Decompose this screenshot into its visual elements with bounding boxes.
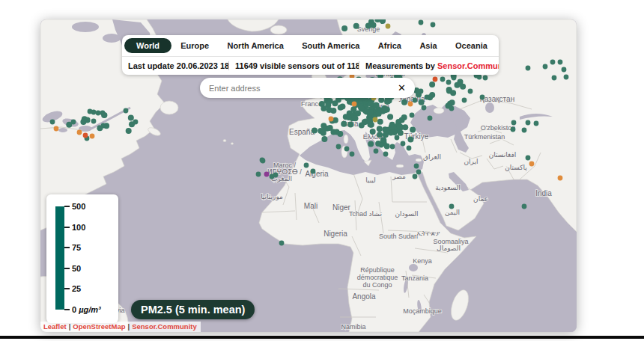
sensor-dot[interactable] xyxy=(440,77,446,82)
sensor-dot[interactable] xyxy=(429,82,435,87)
sensor-dot[interactable] xyxy=(346,114,352,120)
sensor-dot[interactable] xyxy=(379,143,384,148)
pm25-mode-badge[interactable]: PM2.5 (5 min. mean) xyxy=(131,300,255,319)
sensor-dot[interactable] xyxy=(90,134,95,139)
sensor-dot[interactable] xyxy=(367,117,373,123)
sensor-dot[interactable] xyxy=(338,105,344,111)
sensor-dot[interactable] xyxy=(462,98,467,103)
sensor-dot[interactable] xyxy=(336,144,341,150)
sensor-dot[interactable] xyxy=(368,109,374,115)
sensor-dot[interactable] xyxy=(477,75,482,80)
sensor-dot[interactable] xyxy=(368,141,374,147)
sensor-dot[interactable] xyxy=(452,76,457,81)
sensor-dot[interactable] xyxy=(389,123,395,129)
sensor-dot[interactable] xyxy=(273,173,279,178)
sensor-dot[interactable] xyxy=(380,138,386,144)
sensor-dot[interactable] xyxy=(526,66,531,71)
sensor-dot[interactable] xyxy=(425,95,430,100)
sensor-dot[interactable] xyxy=(376,111,382,117)
sensor-dot[interactable] xyxy=(341,25,347,31)
sensor-dot[interactable] xyxy=(133,120,139,125)
sensor-dot[interactable] xyxy=(352,102,357,107)
sensor-dot[interactable] xyxy=(50,120,55,125)
sensor-dot[interactable] xyxy=(387,114,393,120)
sensor-dot[interactable] xyxy=(311,169,316,174)
sensor-dot[interactable] xyxy=(408,102,413,107)
attribution-link-openstreetmap[interactable]: OpenStreetMap xyxy=(73,322,125,331)
sensor-dot[interactable] xyxy=(124,108,129,114)
sensor-dot[interactable] xyxy=(128,114,134,120)
sensor-dot[interactable] xyxy=(401,114,407,120)
sensor-dot[interactable] xyxy=(383,132,389,138)
sensor-dot[interactable] xyxy=(431,22,436,28)
sensor-dot[interactable] xyxy=(350,152,355,157)
sensor-dot[interactable] xyxy=(383,152,389,157)
tab-asia[interactable]: Asia xyxy=(410,39,446,52)
sensor-dot[interactable] xyxy=(103,113,108,118)
sensor-dot[interactable] xyxy=(330,108,336,114)
sensor-dot[interactable] xyxy=(511,120,517,126)
sensor-dot[interactable] xyxy=(261,159,266,164)
sensor-dot[interactable] xyxy=(279,241,285,246)
sensor-dot[interactable] xyxy=(413,174,418,179)
tab-south-america[interactable]: South America xyxy=(293,39,369,52)
sensor-dot[interactable] xyxy=(304,163,309,168)
attribution-link-sensor-community[interactable]: Sensor.Community xyxy=(132,322,197,331)
tab-africa[interactable]: Africa xyxy=(369,39,411,52)
sensor-dot[interactable] xyxy=(355,111,361,117)
sensor-dot[interactable] xyxy=(526,120,531,126)
sensor-dot[interactable] xyxy=(329,117,334,122)
sensor-dot[interactable] xyxy=(368,101,374,107)
sensor-dot[interactable] xyxy=(264,172,270,177)
sensor-dot[interactable] xyxy=(522,128,527,133)
sensor-dot[interactable] xyxy=(407,146,412,151)
sensor-dot[interactable] xyxy=(458,82,463,87)
sensor-dot[interactable] xyxy=(428,116,433,121)
sensor-dot[interactable] xyxy=(446,80,452,85)
sensor-dot[interactable] xyxy=(389,131,394,136)
sensor-dot[interactable] xyxy=(377,132,383,138)
sensor-dot[interactable] xyxy=(480,95,485,100)
sensor-dot[interactable] xyxy=(320,129,326,135)
brand-link[interactable]: Sensor.Community xyxy=(437,61,499,70)
sensor-dot[interactable] xyxy=(446,87,452,93)
sensor-dot[interactable] xyxy=(353,23,359,29)
sensor-dot[interactable] xyxy=(370,129,376,135)
clear-search-icon[interactable]: ✕ xyxy=(396,83,407,93)
sensor-dot[interactable] xyxy=(419,20,424,25)
search-input[interactable] xyxy=(207,83,396,93)
sensor-dot[interactable] xyxy=(341,121,347,127)
sensor-dot[interactable] xyxy=(83,133,88,138)
tab-north-america[interactable]: North America xyxy=(218,39,293,52)
sensor-dot[interactable] xyxy=(550,60,556,65)
sensor-dot[interactable] xyxy=(373,117,378,123)
sensor-dot[interactable] xyxy=(347,121,353,127)
sensor-dot[interactable] xyxy=(407,137,413,143)
sensor-dot[interactable] xyxy=(401,141,406,147)
sensor-dot[interactable] xyxy=(96,111,101,116)
sensor-dot[interactable] xyxy=(419,89,424,94)
sensor-dot[interactable] xyxy=(534,121,539,126)
sensor-dot[interactable] xyxy=(321,105,326,111)
sensor-dot[interactable] xyxy=(344,147,350,152)
sensor-dot[interactable] xyxy=(321,123,326,129)
sensor-dot[interactable] xyxy=(543,64,548,70)
sensor-dot[interactable] xyxy=(71,120,76,125)
sensor-dot[interactable] xyxy=(54,126,59,132)
sensor-dot[interactable] xyxy=(390,144,395,150)
sensor-dot[interactable] xyxy=(101,123,106,129)
sensor-dot[interactable] xyxy=(378,97,384,103)
sensor-dot[interactable] xyxy=(386,24,391,29)
attribution-link-leaflet[interactable]: Leaflet xyxy=(43,322,67,331)
tab-europe[interactable]: Europe xyxy=(171,39,218,52)
sensor-dot[interactable] xyxy=(353,115,359,121)
sensor-dot[interactable] xyxy=(526,156,531,161)
sensor-dot[interactable] xyxy=(449,204,455,209)
sensor-dot[interactable] xyxy=(422,105,427,111)
sensor-dot[interactable] xyxy=(371,22,377,28)
sensor-dot[interactable] xyxy=(433,77,438,82)
sensor-dot[interactable] xyxy=(558,60,563,65)
sensor-dot[interactable] xyxy=(395,135,400,141)
sensor-dot[interactable] xyxy=(449,106,455,111)
sensor-dot[interactable] xyxy=(256,172,261,177)
